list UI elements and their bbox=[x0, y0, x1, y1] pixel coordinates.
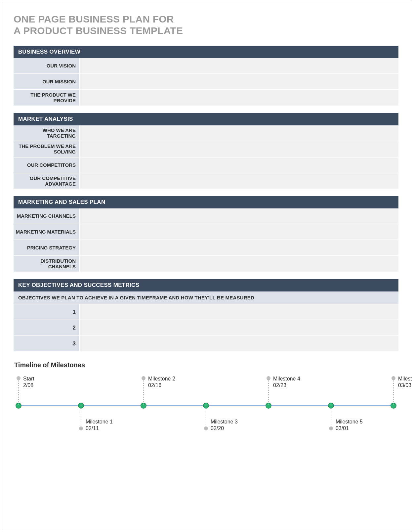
section-header-overview: BUSINESS OVERVIEW bbox=[14, 46, 398, 58]
row-competitors: OUR COMPETITORS bbox=[14, 157, 398, 173]
row-pricing-strategy: PRICING STRATEGY bbox=[14, 240, 398, 256]
pin-head-icon bbox=[329, 426, 333, 430]
milestone-date: 02/16 bbox=[148, 382, 201, 389]
milestone-name: Milestone 6 bbox=[398, 376, 412, 382]
section-objectives: KEY OBJECTIVES AND SUCCESS METRICS OBJEC… bbox=[14, 279, 398, 351]
milestone-date: 02/11 bbox=[86, 425, 139, 432]
milestone-name: Start bbox=[23, 376, 76, 382]
row-label: THE PRODUCT WE PROVIDE bbox=[14, 90, 80, 106]
row-distribution-channels: DISTRIBUTION CHANNELS bbox=[14, 256, 398, 272]
milestone-name: Milestone 5 bbox=[336, 419, 389, 425]
section-header-market: MARKET ANALYSIS bbox=[14, 113, 398, 125]
timeline-pin bbox=[206, 405, 206, 428]
row-value[interactable] bbox=[80, 320, 398, 335]
page-title: ONE PAGE BUSINESS PLAN FOR A PRODUCT BUS… bbox=[14, 14, 398, 36]
row-our-mission: OUR MISSION bbox=[14, 74, 398, 90]
milestone-name: Milestone 4 bbox=[273, 376, 326, 382]
row-objective-1: 1 bbox=[14, 304, 398, 320]
milestone-name: Milestone 3 bbox=[211, 419, 264, 425]
page: ONE PAGE BUSINESS PLAN FOR A PRODUCT BUS… bbox=[0, 0, 412, 532]
row-competitive-advantage: OUR COMPETITIVE ADVANTAGE bbox=[14, 173, 398, 189]
row-value[interactable] bbox=[80, 90, 398, 106]
pin-head-icon bbox=[391, 376, 395, 380]
timeline-pin bbox=[18, 378, 19, 405]
row-value[interactable] bbox=[80, 74, 398, 89]
row-label: MARKETING MATERIALS bbox=[14, 224, 80, 240]
row-label: MARKETING CHANNELS bbox=[14, 208, 80, 224]
section-marketing-sales: MARKETING AND SALES PLAN MARKETING CHANN… bbox=[14, 196, 398, 272]
timeline-milestone: Start2/08 bbox=[23, 376, 76, 389]
milestone-date: 2/08 bbox=[23, 382, 76, 389]
row-label: OUR COMPETITIVE ADVANTAGE bbox=[14, 173, 80, 189]
pin-head-icon bbox=[79, 426, 83, 430]
timeline-chart: Start2/08Milestone 102/11Milestone 202/1… bbox=[14, 375, 398, 438]
timeline-title: Timeline of Milestones bbox=[14, 361, 398, 369]
row-value[interactable] bbox=[80, 224, 398, 240]
row-objective-3: 3 bbox=[14, 336, 398, 351]
row-objective-2: 2 bbox=[14, 320, 398, 336]
timeline-milestone: Milestone 302/20 bbox=[211, 419, 264, 432]
timeline-milestone: Milestone 603/03 bbox=[398, 376, 412, 389]
pin-head-icon bbox=[17, 376, 21, 380]
row-label: WHO WE ARE TARGETING bbox=[14, 125, 80, 141]
row-value[interactable] bbox=[80, 304, 398, 320]
row-value[interactable] bbox=[80, 208, 398, 224]
objectives-subheader: OBJECTIVES WE PLAN TO ACHIEVE IN A GIVEN… bbox=[14, 291, 398, 304]
timeline-milestone: Milestone 402/23 bbox=[273, 376, 326, 389]
row-label: PRICING STRATEGY bbox=[14, 240, 80, 255]
title-line-2: A PRODUCT BUSINESS TEMPLATE bbox=[14, 25, 183, 36]
row-the-product: THE PRODUCT WE PROVIDE bbox=[14, 90, 398, 106]
row-marketing-channels: MARKETING CHANNELS bbox=[14, 208, 398, 224]
row-label: OUR VISION bbox=[14, 58, 80, 73]
section-market-analysis: MARKET ANALYSIS WHO WE ARE TARGETING THE… bbox=[14, 113, 398, 189]
timeline-milestone: Milestone 202/16 bbox=[148, 376, 201, 389]
row-value[interactable] bbox=[80, 58, 398, 73]
milestone-date: 03/03 bbox=[398, 382, 412, 389]
timeline-pin bbox=[393, 378, 394, 405]
row-targeting: WHO WE ARE TARGETING bbox=[14, 125, 398, 142]
row-label: 1 bbox=[14, 304, 80, 320]
row-problem: THE PROBLEM WE ARE SOLVING bbox=[14, 141, 398, 157]
timeline-milestone: Milestone 102/11 bbox=[86, 419, 139, 432]
timeline-pin bbox=[81, 405, 81, 428]
timeline-milestone: Milestone 503/01 bbox=[336, 419, 389, 432]
row-value[interactable] bbox=[80, 141, 398, 157]
row-value[interactable] bbox=[80, 173, 398, 189]
section-header-marketing: MARKETING AND SALES PLAN bbox=[14, 196, 398, 208]
row-value[interactable] bbox=[80, 240, 398, 255]
row-value[interactable] bbox=[80, 125, 398, 141]
row-value[interactable] bbox=[80, 336, 398, 351]
row-label: OUR MISSION bbox=[14, 74, 80, 89]
row-label: THE PROBLEM WE ARE SOLVING bbox=[14, 141, 80, 157]
row-value[interactable] bbox=[80, 256, 398, 272]
pin-head-icon bbox=[267, 376, 270, 380]
row-label: DISTRIBUTION CHANNELS bbox=[14, 256, 80, 272]
row-marketing-materials: MARKETING MATERIALS bbox=[14, 224, 398, 240]
timeline-pin bbox=[331, 405, 331, 428]
row-label: 2 bbox=[14, 320, 80, 335]
pin-head-icon bbox=[142, 376, 145, 380]
row-label: OUR COMPETITORS bbox=[14, 157, 80, 173]
milestone-date: 02/20 bbox=[211, 425, 264, 432]
timeline-pin bbox=[143, 378, 144, 405]
section-business-overview: BUSINESS OVERVIEW OUR VISION OUR MISSION… bbox=[14, 46, 398, 106]
title-line-1: ONE PAGE BUSINESS PLAN FOR bbox=[14, 14, 174, 24]
row-value[interactable] bbox=[80, 157, 398, 173]
milestone-date: 03/01 bbox=[336, 425, 389, 432]
milestone-name: Milestone 1 bbox=[86, 419, 139, 425]
milestone-date: 02/23 bbox=[273, 382, 326, 389]
section-header-objectives: KEY OBJECTIVES AND SUCCESS METRICS bbox=[14, 279, 398, 291]
pin-head-icon bbox=[204, 426, 208, 430]
timeline-pin bbox=[268, 378, 269, 405]
row-our-vision: OUR VISION bbox=[14, 58, 398, 74]
row-label: 3 bbox=[14, 336, 80, 351]
milestone-name: Milestone 2 bbox=[148, 376, 201, 382]
